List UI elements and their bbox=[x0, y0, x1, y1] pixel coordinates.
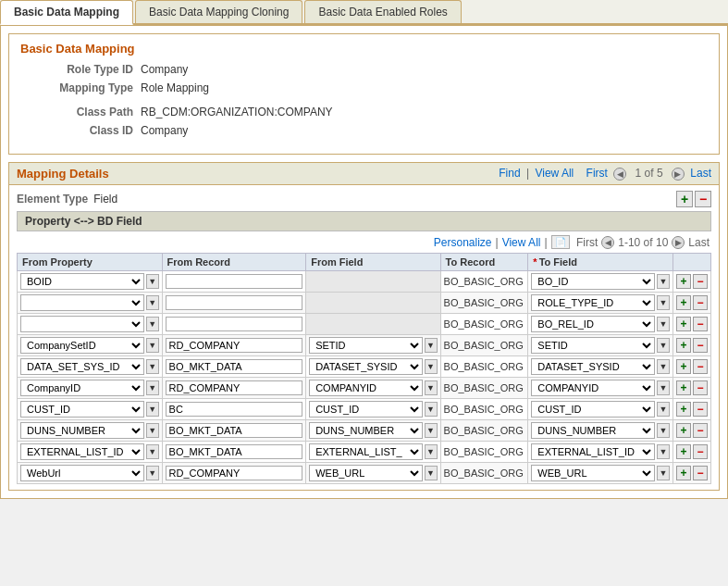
from-property-select[interactable]: CompanyID bbox=[20, 380, 144, 396]
to-field-select[interactable]: ROLE_TYPE_ID bbox=[531, 294, 655, 311]
from-record-input[interactable] bbox=[166, 338, 303, 353]
to-field-select[interactable]: EXTERNAL_LIST_ID bbox=[531, 443, 655, 460]
from-property-arrow[interactable]: ▼ bbox=[146, 274, 159, 289]
row-remove-button[interactable]: − bbox=[693, 295, 708, 310]
personalize-link[interactable]: Personalize bbox=[434, 236, 492, 249]
from-property-select[interactable] bbox=[20, 316, 144, 332]
row-add-button[interactable]: + bbox=[676, 359, 691, 374]
row-add-button[interactable]: + bbox=[676, 295, 691, 310]
from-field-arrow[interactable]: ▼ bbox=[425, 444, 438, 459]
from-field-select[interactable]: COMPANYID bbox=[309, 380, 422, 396]
from-record-input[interactable] bbox=[166, 380, 303, 395]
from-field-arrow[interactable]: ▼ bbox=[425, 466, 438, 480]
row-remove-button[interactable]: − bbox=[693, 466, 708, 480]
row-remove-button[interactable]: − bbox=[693, 380, 708, 395]
row-add-button[interactable]: + bbox=[676, 444, 691, 459]
to-field-select[interactable]: BO_REL_ID bbox=[531, 316, 655, 332]
from-record-input[interactable] bbox=[166, 295, 303, 310]
from-record-input[interactable] bbox=[166, 317, 303, 331]
row-add-button[interactable]: + bbox=[676, 402, 691, 417]
from-property-select[interactable]: WebUrl bbox=[20, 465, 144, 481]
from-property-arrow[interactable]: ▼ bbox=[146, 423, 159, 438]
row-remove-button[interactable]: − bbox=[693, 338, 708, 353]
to-field-arrow[interactable]: ▼ bbox=[657, 359, 670, 374]
from-property-select[interactable]: BOID bbox=[20, 273, 144, 290]
to-field-arrow[interactable]: ▼ bbox=[657, 380, 670, 395]
from-field-arrow[interactable]: ▼ bbox=[425, 338, 438, 353]
inner-next-icon[interactable]: ▶ bbox=[672, 236, 685, 249]
row-add-button[interactable]: + bbox=[676, 423, 691, 438]
to-field-select[interactable]: WEB_URL bbox=[531, 465, 655, 481]
from-property-arrow[interactable]: ▼ bbox=[146, 380, 159, 395]
from-field-select[interactable]: DUNS_NUMBER bbox=[309, 422, 422, 439]
from-record-input[interactable] bbox=[166, 274, 303, 289]
from-record-input[interactable] bbox=[166, 466, 303, 480]
row-add-button[interactable]: + bbox=[676, 380, 691, 395]
find-link[interactable]: Find bbox=[499, 167, 520, 180]
from-field-arrow[interactable]: ▼ bbox=[425, 423, 438, 438]
to-field-select[interactable]: COMPANYID bbox=[531, 380, 655, 396]
to-field-arrow[interactable]: ▼ bbox=[657, 317, 670, 331]
from-property-select[interactable] bbox=[20, 294, 144, 311]
from-property-arrow[interactable]: ▼ bbox=[146, 444, 159, 459]
to-field-select[interactable]: CUST_ID bbox=[531, 401, 655, 418]
row-add-button[interactable]: + bbox=[676, 317, 691, 331]
from-property-arrow[interactable]: ▼ bbox=[146, 359, 159, 374]
to-field-arrow[interactable]: ▼ bbox=[657, 338, 670, 353]
row-add-button[interactable]: + bbox=[676, 466, 691, 480]
row-remove-button[interactable]: − bbox=[693, 359, 708, 374]
row-add-button[interactable]: + bbox=[676, 274, 691, 289]
row-remove-button[interactable]: − bbox=[693, 402, 708, 417]
tab-basic-data-mapping[interactable]: Basic Data Mapping bbox=[0, 0, 133, 25]
view-all-link[interactable]: View All bbox=[535, 167, 574, 180]
tab-basic-data-enabled-roles[interactable]: Basic Data Enabled Roles bbox=[304, 0, 461, 23]
from-property-arrow[interactable]: ▼ bbox=[146, 402, 159, 417]
first-link[interactable]: First bbox=[586, 167, 608, 180]
from-property-arrow[interactable]: ▼ bbox=[146, 338, 159, 353]
tab-basic-data-mapping-cloning[interactable]: Basic Data Mapping Cloning bbox=[135, 0, 302, 23]
from-field-arrow[interactable]: ▼ bbox=[425, 359, 438, 374]
from-property-select[interactable]: DATA_SET_SYS_ID bbox=[20, 358, 144, 375]
from-property-arrow[interactable]: ▼ bbox=[146, 317, 159, 331]
from-record-input[interactable] bbox=[166, 402, 303, 417]
from-field-arrow[interactable]: ▼ bbox=[425, 380, 438, 395]
to-field-arrow[interactable]: ▼ bbox=[657, 444, 670, 459]
row-remove-button[interactable]: − bbox=[693, 274, 708, 289]
inner-prev-icon[interactable]: ◀ bbox=[601, 236, 614, 249]
to-field-select[interactable]: BO_ID bbox=[531, 273, 655, 290]
row-add-button[interactable]: + bbox=[676, 338, 691, 353]
from-property-select[interactable]: DUNS_NUMBER bbox=[20, 422, 144, 439]
prev-icon[interactable]: ◀ bbox=[613, 168, 626, 181]
from-property-arrow[interactable]: ▼ bbox=[146, 466, 159, 480]
last-link[interactable]: Last bbox=[690, 167, 711, 180]
from-field-select[interactable]: EXTERNAL_LIST_ bbox=[309, 443, 422, 460]
from-field-select[interactable]: DATASET_SYSID bbox=[309, 358, 422, 375]
from-property-select[interactable]: CompanySetID bbox=[20, 337, 144, 354]
from-field-arrow[interactable]: ▼ bbox=[425, 402, 438, 417]
to-field-arrow[interactable]: ▼ bbox=[657, 402, 670, 417]
from-property-select[interactable]: CUST_ID bbox=[20, 401, 144, 418]
to-field-select[interactable]: SETID bbox=[531, 337, 655, 354]
from-record-input[interactable] bbox=[166, 359, 303, 374]
to-field-arrow[interactable]: ▼ bbox=[657, 423, 670, 438]
from-record-input[interactable] bbox=[166, 444, 303, 459]
from-record-input[interactable] bbox=[166, 423, 303, 438]
add-element-button[interactable]: + bbox=[676, 191, 693, 207]
to-field-select[interactable]: DATASET_SYSID bbox=[531, 358, 655, 375]
from-field-select[interactable]: SETID bbox=[309, 337, 422, 354]
remove-element-button[interactable]: − bbox=[695, 191, 711, 207]
inner-view-all-link[interactable]: View All bbox=[502, 236, 541, 249]
from-property-arrow[interactable]: ▼ bbox=[146, 295, 159, 310]
row-remove-button[interactable]: − bbox=[693, 423, 708, 438]
next-icon[interactable]: ▶ bbox=[672, 168, 685, 181]
to-field-arrow[interactable]: ▼ bbox=[657, 295, 670, 310]
row-remove-button[interactable]: − bbox=[693, 444, 708, 459]
to-field-arrow[interactable]: ▼ bbox=[657, 466, 670, 480]
from-property-select[interactable]: EXTERNAL_LIST_ID bbox=[20, 443, 144, 460]
from-field-select[interactable]: CUST_ID bbox=[309, 401, 422, 418]
row-remove-button[interactable]: − bbox=[693, 317, 708, 331]
to-field-arrow[interactable]: ▼ bbox=[657, 274, 670, 289]
to-field-select[interactable]: DUNS_NUMBER bbox=[531, 422, 655, 439]
from-field-select[interactable]: WEB_URL bbox=[309, 465, 422, 481]
export-icon[interactable]: 📄 bbox=[551, 235, 570, 249]
